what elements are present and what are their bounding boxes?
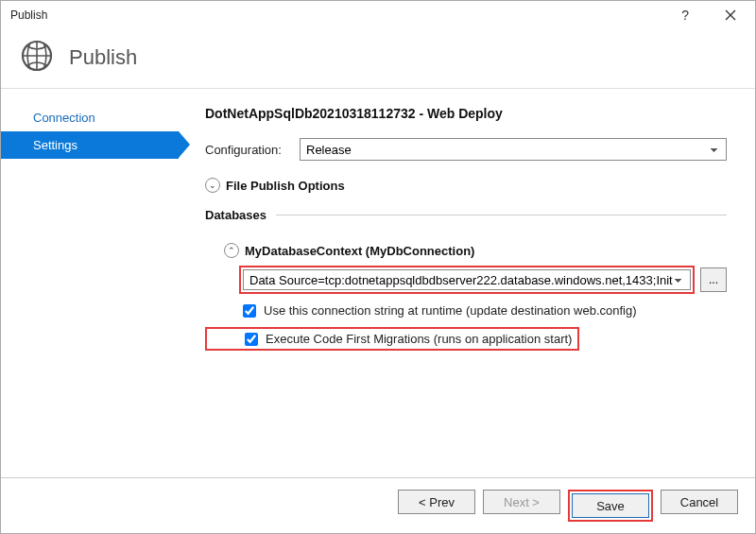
help-button[interactable]: ? — [674, 8, 696, 23]
configuration-label: Configuration: — [205, 143, 300, 157]
sidebar-item-connection[interactable]: Connection — [1, 104, 179, 131]
file-publish-options-toggle[interactable]: ⌄ File Publish Options — [205, 178, 727, 193]
publish-icon — [20, 39, 54, 77]
db-context-label: MyDatabaseContext (MyDbConnection) — [245, 244, 474, 258]
execute-migrations-checkbox[interactable] — [245, 333, 258, 346]
use-connection-string-row[interactable]: Use this connection string at runtime (u… — [205, 303, 727, 318]
file-publish-options-label: File Publish Options — [226, 179, 345, 193]
chevron-down-icon: ⌄ — [205, 178, 220, 193]
save-button-highlight: Save — [568, 490, 653, 522]
connection-string-select[interactable] — [243, 269, 691, 290]
use-connection-string-label: Use this connection string at runtime (u… — [264, 303, 637, 318]
execute-migrations-label: Execute Code First Migrations (runs on a… — [266, 332, 572, 346]
close-button[interactable] — [713, 4, 747, 26]
databases-section-label: Databases — [205, 208, 266, 222]
window-title: Publish — [10, 9, 47, 22]
prev-button[interactable]: < Prev — [398, 490, 475, 514]
execute-migrations-row[interactable]: Execute Code First Migrations (runs on a… — [205, 327, 579, 351]
publish-profile-name: DotNetAppSqlDb20210318112732 - Web Deplo… — [205, 106, 727, 121]
connection-string-browse-button[interactable]: ... — [700, 267, 727, 292]
footer: < Prev Next > Save Cancel — [1, 477, 755, 533]
chevron-up-icon: ⌃ — [224, 243, 239, 258]
next-button[interactable]: Next > — [483, 490, 560, 514]
main-panel: DotNetAppSqlDb20210318112732 - Web Deplo… — [179, 89, 755, 486]
connection-string-highlight — [239, 266, 695, 294]
sidebar-item-settings[interactable]: Settings — [1, 131, 179, 159]
configuration-select[interactable]: Release — [300, 138, 727, 161]
dialog-header: Publish — [1, 29, 755, 89]
sidebar: Connection Settings — [1, 89, 179, 486]
save-button[interactable]: Save — [572, 493, 649, 518]
db-context-toggle[interactable]: ⌃ MyDatabaseContext (MyDbConnection) — [205, 243, 727, 258]
use-connection-string-checkbox[interactable] — [243, 304, 256, 318]
dialog-title: Publish — [69, 45, 137, 70]
close-icon — [725, 9, 736, 21]
cancel-button[interactable]: Cancel — [661, 490, 738, 514]
